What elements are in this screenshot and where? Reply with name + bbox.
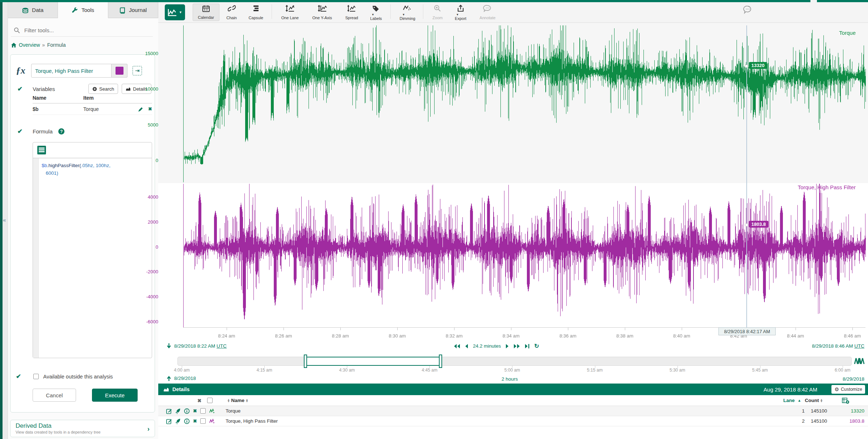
toolbar-dimming-button[interactable]: ▾Dimming [395,4,419,21]
selection-handle-left[interactable] [304,355,307,368]
display-range-end[interactable]: 8/29/2018 8:46 AM UTC [812,343,864,349]
derived-data-card[interactable]: Derived Data View data created by tools … [10,420,155,437]
step-back-full-icon[interactable] [454,344,460,349]
rocket-icon[interactable] [175,418,181,424]
auto-update-waveform-icon[interactable] [854,356,865,365]
sort-icon[interactable]: ▲▼ [820,399,823,402]
selection-handle-right[interactable] [439,355,442,368]
toolbar-export-button[interactable]: ▾Export [450,4,471,21]
series-label-torque[interactable]: Torque [839,30,856,36]
step-forward-half-icon[interactable] [506,344,509,349]
remove-variable-icon[interactable]: ✖ [148,106,152,112]
remove-icon[interactable]: ✖ [193,408,197,414]
trend-chart-canvas[interactable] [158,22,868,334]
toolbar-spread-button[interactable]: Spread [341,4,362,21]
view-selector-button[interactable]: ▼ [165,4,185,20]
display-range-selection[interactable] [305,357,441,366]
step-back-half-icon[interactable] [465,344,468,349]
fx-icon: ƒx [16,65,31,76]
investigate-timeline-track[interactable] [177,357,852,366]
tab-journal[interactable]: Journal [108,2,158,18]
customize-button[interactable]: ⚙ Customize [831,385,865,394]
info-icon[interactable] [184,418,190,424]
breadcrumb-separator: » [42,42,45,48]
edit-icon[interactable] [166,418,172,424]
pencil-icon[interactable] [138,106,143,112]
sidebar-tabbar: DataToolsJournal [8,2,158,18]
row-checkbox[interactable] [200,408,206,414]
series-label-torque-hpf[interactable]: Torque, High Pass Filter [798,184,856,190]
details-item-name[interactable]: Torque [226,408,240,414]
details-item-name[interactable]: Torque, High Pass Filter [226,418,278,424]
name-column-header[interactable]: Name [231,398,244,403]
color-swatch-button[interactable] [112,64,127,78]
timeline-tick-mark [843,366,843,368]
step-forward-full-icon[interactable] [513,344,520,349]
tab-data[interactable]: Data [8,2,58,18]
toolbar-chain-button[interactable]: Chain [222,4,241,21]
timezone-link: UTC [854,343,864,349]
chart-cursor-line [746,25,747,328]
one-lane-icon [285,5,295,12]
toolbar-labels-button[interactable]: ▾Labels [365,4,387,21]
breadcrumb-current: Formula [47,42,66,48]
arrow-up-icon [167,376,171,381]
lane-column-header[interactable]: Lane [783,398,795,403]
toolbar-calendar-button[interactable]: Calendar [193,4,219,21]
tool-name-input[interactable] [31,64,112,78]
select-all-checkbox[interactable] [207,398,213,403]
collapse-rail-icon[interactable]: « [3,217,6,223]
execute-button[interactable]: Execute [92,389,138,402]
timeline-tick-mark [595,366,595,368]
home-icon[interactable] [11,42,17,48]
toolbar-one-lane-button[interactable]: One Lane [277,4,303,21]
y-axis-tick-label: 4000 [136,194,158,200]
timeline-tick-label: 4:45 am [413,368,446,373]
chat-bubble-icon[interactable] [743,5,752,15]
filter-tools-input[interactable] [24,27,139,34]
breadcrumb-overview-link[interactable]: Overview [19,42,40,48]
cancel-button[interactable]: Cancel [33,389,76,402]
available-checkbox[interactable] [33,374,39,379]
toolbar-separator [272,4,272,19]
toolbar-button-label: Capsule [249,16,263,20]
y-axis-tick-label: 0 [136,244,158,250]
range-duration[interactable]: 24.2 minutes [473,343,501,349]
timeline-tick-label: 4:00 am [165,368,198,373]
sort-asc-icon[interactable]: ▲ [798,398,801,402]
rocket-icon[interactable] [175,408,181,414]
tab-tools[interactable]: Tools [58,2,108,18]
tab-label: Journal [129,7,147,13]
refresh-icon[interactable]: ↻ [534,343,539,349]
sort-icon[interactable]: ▲▼ [227,399,230,402]
details-row-torque[interactable]: ✖ Torque 1 145100 13320 [158,406,868,416]
details-row-torque-high-pass-filter[interactable]: ✖ Torque, High Pass Filter 2 145100 1803… [158,416,868,426]
step-to-end-icon[interactable] [525,344,529,349]
help-icon[interactable]: ? [58,128,64,134]
edit-icon[interactable] [166,408,172,414]
formula-functions-icon[interactable] [37,146,46,154]
row-checkbox[interactable] [200,418,206,424]
lane-value: 2 [790,418,805,424]
toolbar-one-y-axis-button[interactable]: One Y-Axis [306,4,338,21]
count-column-header[interactable]: Count [805,398,819,403]
remove-icon[interactable]: ✖ [193,418,197,424]
top-accent-strip [0,0,868,2]
formula-code-input[interactable]: $b.highPassFilter(.05hz, 100hz, 6001) [39,158,113,358]
variables-search-button[interactable]: Search [88,84,118,94]
remove-all-icon[interactable]: ✖ [197,398,201,403]
editor-gutter [33,158,39,358]
sort-icon[interactable]: ▲▼ [246,399,248,402]
add-column-icon[interactable] [842,397,849,404]
info-icon[interactable] [184,408,190,414]
timeline-end-date[interactable]: 8/29/2018 [843,376,864,382]
timeline-tick-mark [678,366,678,368]
formula-label: Formula [33,128,53,134]
move-tool-panel-icon[interactable]: ⇥ [133,66,142,75]
y-axis-tick-label: 0 [136,158,158,163]
cursor-point-hpf [745,223,748,227]
x-axis-tick-label: 8:36 am [552,333,584,339]
cursor-flag-hpf: 1803.8 [749,221,768,228]
timeline-duration[interactable]: 2 hours [502,376,518,382]
toolbar-capsule-button[interactable]: Capsule [244,4,268,21]
